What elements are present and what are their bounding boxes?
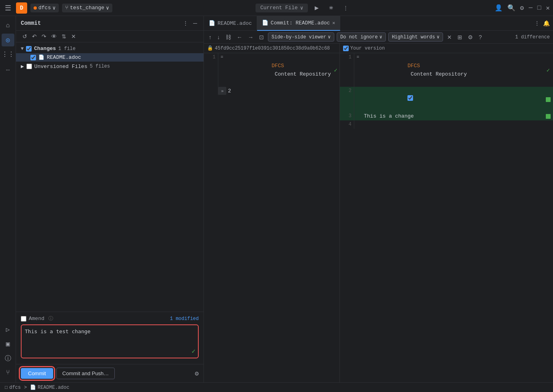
- project-dot: [34, 6, 37, 10]
- diff-settings1-btn[interactable]: ⊞: [456, 33, 464, 41]
- diff-prev-btn[interactable]: ↑: [207, 33, 213, 41]
- left-linenum-1: 1: [204, 53, 218, 87]
- activity-git-icon[interactable]: ◎: [2, 34, 14, 46]
- right-content-1: DFCS Content Repository: [361, 53, 543, 87]
- tabs-notification-icon[interactable]: 🔔: [543, 20, 550, 27]
- panel-header: Commit ⋮ ─: [16, 16, 204, 31]
- diff-right-col: 1 = DFCS Content Repository ✓ 2: [340, 53, 553, 382]
- amend-help-icon: ⓘ: [48, 315, 53, 322]
- right-marker-4: [354, 120, 361, 129]
- current-file-label: Current File: [260, 5, 298, 11]
- left-marker-2: »: [218, 87, 226, 95]
- changes-group-header[interactable]: ▼ Changes 1 file: [16, 44, 204, 53]
- ignore-dropdown[interactable]: Do not ignore ∨: [337, 32, 386, 42]
- undo-btn[interactable]: ↶: [30, 32, 38, 40]
- eye-btn[interactable]: 👁: [50, 32, 58, 40]
- right-linenum-2: 2: [340, 87, 354, 112]
- search-icon[interactable]: 🔍: [507, 4, 515, 12]
- current-file-dropdown[interactable]: Current File ∨: [256, 4, 308, 12]
- line2-checkbox[interactable]: [407, 95, 413, 101]
- refresh-btn[interactable]: ↺: [21, 32, 29, 40]
- left-linenum-2: [204, 87, 218, 95]
- viewer-chevron: ∨: [328, 34, 331, 40]
- maximize-icon[interactable]: □: [537, 4, 541, 12]
- tabs-more-icon[interactable]: ⋮: [534, 20, 540, 27]
- diff-next-btn[interactable]: ↓: [216, 33, 222, 41]
- tab-commit-readme[interactable]: 📄 Commit: README.adoc ✕: [257, 16, 340, 31]
- fold-btn[interactable]: »: [218, 87, 226, 95]
- diff-left-col: 1 = DFCS Content Repository ✓: [204, 53, 340, 382]
- panel-more-options[interactable]: ⋮: [181, 19, 190, 27]
- branch-breadcrumb[interactable]: ⑂ test_change ∨: [62, 4, 112, 12]
- diff-link-btn[interactable]: ⛓: [224, 33, 233, 41]
- diff-help-btn[interactable]: ?: [477, 33, 483, 41]
- right-check-4: [543, 120, 553, 129]
- close-panel-btn[interactable]: ✕: [70, 32, 78, 40]
- run-button[interactable]: ▶: [311, 2, 322, 14]
- branch-chevron: ∨: [106, 5, 109, 11]
- profile-icon[interactable]: 👤: [495, 4, 503, 12]
- commit-settings-icon[interactable]: ⚙: [195, 370, 199, 378]
- project-breadcrumb[interactable]: dfcs ∨: [30, 4, 59, 12]
- redo-btn[interactable]: ↷: [40, 32, 48, 40]
- amend-checkbox[interactable]: [21, 316, 26, 322]
- changes-count: 1 file: [58, 46, 76, 52]
- left-path: 🔒 45fd9cc25197f1e0391c301850cc38d9a0b62c…: [204, 44, 340, 53]
- tab-close-icon[interactable]: ✕: [332, 20, 335, 26]
- status-file-name: README.adoc: [38, 385, 69, 390]
- activity-structure-icon[interactable]: ⋮⋮: [2, 48, 14, 61]
- top-bar-right: 👤 🔍 ⚙ ─ □ ✕: [495, 4, 550, 12]
- left-lock-icon: 🔒: [207, 45, 213, 51]
- update-btn[interactable]: ⇅: [60, 32, 68, 40]
- activity-terminal-icon[interactable]: ▣: [2, 338, 14, 350]
- right-check-1: ✓: [543, 53, 553, 87]
- commit-message-input[interactable]: This is a test change: [25, 328, 195, 352]
- commit-push-button[interactable]: Commit and Push…: [56, 368, 115, 379]
- panel-actions: ⋮ ─: [181, 19, 199, 27]
- left-hash: 45fd9cc25197f1e0391c301850cc38d9a0b62c68: [215, 46, 330, 51]
- diff-settings2-btn[interactable]: ⚙: [466, 33, 475, 41]
- commit-button[interactable]: Commit: [21, 368, 53, 379]
- status-file-icon: 📄: [30, 384, 36, 390]
- settings-icon[interactable]: ⚙: [520, 4, 524, 12]
- activity-run-icon[interactable]: ▷: [2, 323, 14, 336]
- your-version-checkbox[interactable]: [343, 46, 349, 51]
- left-check-2: [330, 87, 339, 95]
- hamburger-menu-icon[interactable]: ☰: [3, 2, 13, 14]
- activity-git-bottom-icon[interactable]: ⑂: [2, 366, 14, 379]
- tab-readme[interactable]: 📄 README.adoc: [204, 16, 257, 31]
- close-icon[interactable]: ✕: [546, 4, 550, 12]
- left-line-1: 1 = DFCS Content Repository ✓: [204, 53, 339, 87]
- highlight-dropdown[interactable]: Highlight words ∨: [388, 32, 443, 42]
- readme-checkbox[interactable]: [30, 55, 36, 60]
- debug-button[interactable]: ⛯: [325, 2, 337, 14]
- right-keyword-1: DFCS: [407, 63, 420, 69]
- diff-nav-right-btn[interactable]: →: [246, 33, 255, 41]
- panel-title: Commit: [21, 20, 41, 26]
- unversioned-count: 5 files: [90, 64, 110, 69]
- main-layout: ⌂ ◎ ⋮⋮ … ▷ ▣ ⓘ ⑂ Commit ⋮ ─ ↺ ↶ ↷ 👁 ⇅ ✕: [0, 16, 553, 382]
- app-icon: D: [16, 2, 27, 14]
- right-linenum-1: 1: [340, 53, 354, 87]
- highlight-close-btn[interactable]: ✕: [445, 33, 453, 41]
- unversioned-header[interactable]: ▶ Unversioned Files 5 files: [16, 62, 204, 71]
- right-check-3: [543, 112, 553, 120]
- highlight-label: Highlight words: [392, 34, 435, 40]
- diff-nav-left-btn[interactable]: ←: [235, 33, 244, 41]
- unversioned-checkbox[interactable]: [26, 64, 32, 69]
- more-run-options[interactable]: ⋮: [340, 2, 351, 14]
- tabs-right: ⋮ 🔔: [531, 20, 553, 27]
- activity-problems-icon[interactable]: ⓘ: [2, 352, 14, 365]
- activity-more-icon[interactable]: …: [2, 62, 14, 75]
- minimize-icon[interactable]: ─: [529, 4, 533, 12]
- diff-fold-btn[interactable]: ⊡: [258, 33, 266, 41]
- activity-home-icon[interactable]: ⌂: [2, 19, 14, 32]
- amend-label[interactable]: Amend ⓘ: [21, 315, 53, 322]
- viewer-dropdown[interactable]: Side-by-side viewer ∨: [268, 32, 334, 42]
- file-item-readme[interactable]: 📄 README.adoc: [16, 53, 204, 62]
- right-line-2: 2: [340, 87, 553, 112]
- status-file: 📄 README.adoc: [30, 384, 69, 390]
- changes-checkbox[interactable]: [26, 46, 32, 52]
- top-bar: ☰ D dfcs ∨ ⑂ test_change ∨ Current File …: [0, 0, 553, 16]
- panel-minimize[interactable]: ─: [192, 19, 199, 27]
